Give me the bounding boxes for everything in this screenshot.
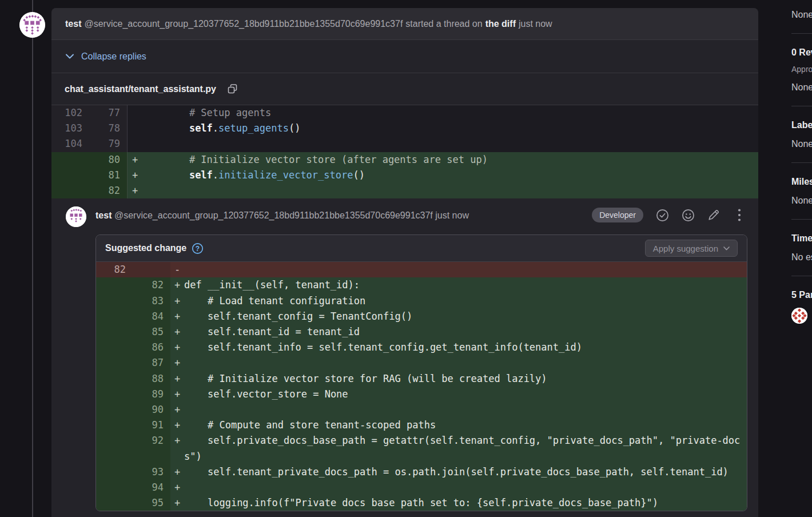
old-line-number[interactable]: 104 xyxy=(51,136,89,152)
new-line-number[interactable]: 77 xyxy=(89,105,128,121)
resolve-thread-button[interactable] xyxy=(655,208,669,222)
diff-marker: + xyxy=(170,387,184,402)
code-token: self xyxy=(189,122,213,134)
thread-author-handle[interactable]: @service_account_group_120377652_18bd911… xyxy=(84,19,403,29)
diff-marker: + xyxy=(170,277,184,293)
diff-row: 80+ # Initialize vector store (after age… xyxy=(51,152,758,168)
collapse-replies-toggle[interactable]: Collapse replies xyxy=(66,51,146,62)
suggestion-diff-table: 82-82+def __init__(self, tenant_id):83+ … xyxy=(96,262,747,511)
diff-marker: + xyxy=(170,371,184,387)
old-line-number[interactable] xyxy=(51,183,89,198)
sidebar-value: None xyxy=(791,139,812,149)
comment-author-name[interactable]: test xyxy=(95,210,112,220)
code-token xyxy=(142,169,189,181)
code-token: self xyxy=(189,169,213,181)
old-line-number xyxy=(96,387,133,402)
new-line-number: 91 xyxy=(133,417,170,433)
new-line-number: 83 xyxy=(133,293,170,309)
thread-author-name[interactable]: test xyxy=(65,19,81,29)
new-line-number: 95 xyxy=(133,495,170,511)
check-circle-icon xyxy=(656,209,669,222)
diff-file-header: chat_assistant/tenant_assistant.py xyxy=(51,73,758,105)
thread-timestamp[interactable]: just now xyxy=(519,19,552,29)
new-line-number[interactable]: 81 xyxy=(89,168,128,183)
comment-author-handle[interactable]: @service_account_group_120377652_18bd911… xyxy=(114,210,433,220)
diff-marker: + xyxy=(170,495,184,511)
code-token: () xyxy=(353,169,365,181)
sidebar-heading: 0 Reviewers xyxy=(791,47,812,58)
diff-marker: + xyxy=(170,340,184,355)
new-line-number: 82 xyxy=(133,277,170,293)
suggestion-diff-row: 91+ # Compute and store tenant-scoped pa… xyxy=(96,417,747,433)
code-line xyxy=(184,355,747,371)
diff-marker xyxy=(128,136,142,152)
sidebar-subtext: Approval is optional xyxy=(791,65,812,74)
more-actions-button[interactable] xyxy=(733,208,746,222)
diff-marker: + xyxy=(170,417,184,433)
chevron-down-icon xyxy=(66,54,74,59)
suggestion-diff-row: 85+ self.tenant_id = tenant_id xyxy=(96,324,747,340)
suggestion-diff-row: 84+ self.tenant_config = TenantConfig() xyxy=(96,309,747,324)
diff-row: 82+ xyxy=(51,183,758,198)
question-circle-icon[interactable]: ? xyxy=(192,242,204,254)
suggestion-diff-row: 90+ xyxy=(96,402,747,417)
diff-row: 10378 self.setup_agents() xyxy=(51,121,758,136)
thread-author-avatar[interactable] xyxy=(19,12,45,38)
old-line-number xyxy=(96,293,133,309)
suggestion-diff-row: 82- xyxy=(96,262,747,277)
old-line-number[interactable]: 102 xyxy=(51,105,89,121)
new-line-number: 93 xyxy=(133,464,170,480)
thread-diff-link[interactable]: the diff xyxy=(485,19,516,29)
suggestion-diff-row: 87+ xyxy=(96,355,747,371)
new-line-number[interactable]: 82 xyxy=(89,183,128,198)
sidebar-value: None xyxy=(791,10,812,20)
role-badge: Developer xyxy=(592,208,643,222)
new-line-number[interactable]: 79 xyxy=(89,136,128,152)
participant-avatar[interactable] xyxy=(791,308,807,324)
comment-meta: test @service_account_group_120377652_18… xyxy=(95,210,469,221)
code-token xyxy=(142,122,189,134)
collapse-replies-bar: Collapse replies xyxy=(51,40,758,73)
old-line-number xyxy=(96,277,133,293)
copy-file-path-button[interactable] xyxy=(225,82,239,96)
old-line-number[interactable] xyxy=(51,168,89,183)
comment-author-avatar[interactable] xyxy=(66,206,86,227)
code-line: # Initialize vector store for RAG (will … xyxy=(184,371,747,387)
apply-suggestion-label: Apply suggestion xyxy=(653,244,718,253)
identicon-purple xyxy=(19,12,45,38)
diff-marker: + xyxy=(170,402,184,417)
apply-suggestion-button[interactable]: Apply suggestion xyxy=(645,240,738,257)
add-reaction-button[interactable] xyxy=(681,208,695,222)
old-line-number xyxy=(96,495,133,511)
code-line: # Setup agents xyxy=(142,105,758,121)
new-line-number: 85 xyxy=(133,324,170,340)
sidebar-section: MilestoneNone xyxy=(791,163,812,220)
discussion-thread-header: test @service_account_group_120377652_18… xyxy=(51,8,758,40)
new-line-number: 94 xyxy=(133,480,170,495)
comment-timestamp[interactable]: just now xyxy=(435,210,469,220)
sidebar-value: None xyxy=(791,82,812,93)
suggestion-diff-row: 88+ # Initialize vector store for RAG (w… xyxy=(96,371,747,387)
suggestion-diff-row: 92+ self.private_docs_base_path = getatt… xyxy=(96,433,747,464)
code-token: . xyxy=(213,169,218,181)
old-line-number xyxy=(96,417,133,433)
thread-action-text: started a thread on xyxy=(405,19,482,29)
diff-marker: + xyxy=(128,168,142,183)
sidebar-section: 5 Participants xyxy=(791,276,812,337)
diff-row: 81+ self.initialize_vector_store() xyxy=(51,168,758,183)
new-line-number: 87 xyxy=(133,355,170,371)
old-line-number[interactable] xyxy=(51,152,89,168)
code-line: self.tenant_id = tenant_id xyxy=(184,324,747,340)
sidebar-heading: Milestone xyxy=(791,177,812,187)
sidebar-value: No estimate or time spent xyxy=(791,252,812,263)
new-line-number[interactable]: 78 xyxy=(89,121,128,136)
edit-comment-button[interactable] xyxy=(707,208,721,222)
new-line-number[interactable]: 80 xyxy=(89,152,128,168)
file-path[interactable]: chat_assistant/tenant_assistant.py xyxy=(65,84,216,94)
old-line-number[interactable]: 103 xyxy=(51,121,89,136)
diff-marker: + xyxy=(170,324,184,340)
code-line: # Compute and store tenant-scoped paths xyxy=(184,417,747,433)
file-diff-table: 10277 # Setup agents10378 self.setup_age… xyxy=(51,105,758,198)
code-line xyxy=(184,262,747,277)
new-line-number: 88 xyxy=(133,371,170,387)
